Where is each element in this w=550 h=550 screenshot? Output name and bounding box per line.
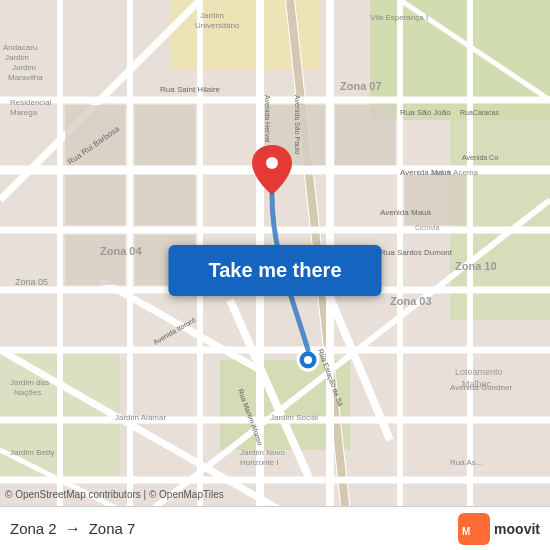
bottom-bar: Zona 2 → Zona 7 M moovit — [0, 506, 550, 550]
svg-text:Avenida São Paulo: Avenida São Paulo — [294, 95, 301, 155]
svg-text:Vila Esperança I: Vila Esperança I — [370, 13, 428, 22]
svg-rect-33 — [135, 175, 195, 225]
svg-text:Jardim: Jardim — [12, 63, 36, 72]
route-info: Zona 2 → Zona 7 — [10, 520, 135, 538]
route-arrow-icon: → — [65, 520, 81, 538]
svg-text:Zona 10: Zona 10 — [455, 260, 497, 272]
svg-rect-38 — [405, 175, 465, 225]
svg-text:Avenida Guedner: Avenida Guedner — [450, 383, 512, 392]
svg-text:Maravilha: Maravilha — [8, 73, 43, 82]
svg-text:Loteamento: Loteamento — [455, 367, 503, 377]
svg-text:Zona 07: Zona 07 — [340, 80, 382, 92]
svg-text:Marega: Marega — [10, 108, 38, 117]
svg-text:Rua São João: Rua São João — [400, 108, 451, 117]
copyright-notice: © OpenStreetMap contributors | © OpenMap… — [5, 489, 224, 500]
svg-rect-31 — [135, 105, 195, 165]
svg-text:Jardim: Jardim — [200, 11, 224, 20]
take-me-there-button[interactable]: Take me there — [168, 245, 381, 296]
svg-text:Zona 03: Zona 03 — [390, 295, 432, 307]
svg-text:Nações: Nações — [14, 388, 41, 397]
svg-text:RuaCaracas: RuaCaracas — [460, 109, 499, 116]
svg-text:Horizonte I: Horizonte I — [240, 458, 279, 467]
svg-text:Zona 04: Zona 04 — [100, 245, 142, 257]
from-zone-label: Zona 2 — [10, 520, 57, 537]
svg-point-83 — [304, 356, 312, 364]
svg-text:Andacaru: Andacaru — [3, 43, 37, 52]
moovit-icon: M — [458, 513, 490, 545]
svg-rect-34 — [65, 235, 125, 285]
svg-text:Jadim Acema: Jadim Acema — [430, 168, 479, 177]
to-zone-label: Zona 7 — [89, 520, 136, 537]
svg-text:Avenida Co: Avenida Co — [462, 154, 498, 161]
svg-text:Avenida Herval: Avenida Herval — [264, 95, 271, 143]
svg-text:Rua As...: Rua As... — [450, 458, 482, 467]
svg-text:Zona 05: Zona 05 — [15, 277, 48, 287]
svg-point-81 — [266, 157, 278, 169]
svg-text:Ciclovia: Ciclovia — [415, 224, 440, 231]
svg-text:Universitário: Universitário — [195, 21, 240, 30]
moovit-logo: M moovit — [458, 513, 540, 545]
svg-text:Jardim: Jardim — [5, 53, 29, 62]
svg-text:Jardim Betty: Jardim Betty — [10, 448, 54, 457]
svg-text:Rua Saint Hilaire: Rua Saint Hilaire — [160, 85, 221, 94]
svg-text:Residencial: Residencial — [10, 98, 52, 107]
svg-text:Jardim Social: Jardim Social — [270, 413, 318, 422]
svg-text:Jardim Alamar: Jardim Alamar — [115, 413, 166, 422]
svg-text:M: M — [462, 526, 470, 537]
svg-text:Avenida Mauá: Avenida Mauá — [380, 208, 432, 217]
svg-rect-37 — [335, 105, 395, 165]
svg-text:Rua Santos Dumont: Rua Santos Dumont — [380, 248, 453, 257]
svg-text:Jardim Novo: Jardim Novo — [240, 448, 285, 457]
svg-rect-32 — [65, 175, 125, 225]
moovit-text: moovit — [494, 521, 540, 537]
map-container: Rua Rui Barbosa Avenida Herval Avenida S… — [0, 0, 550, 550]
svg-text:Jardim das: Jardim das — [10, 378, 49, 387]
